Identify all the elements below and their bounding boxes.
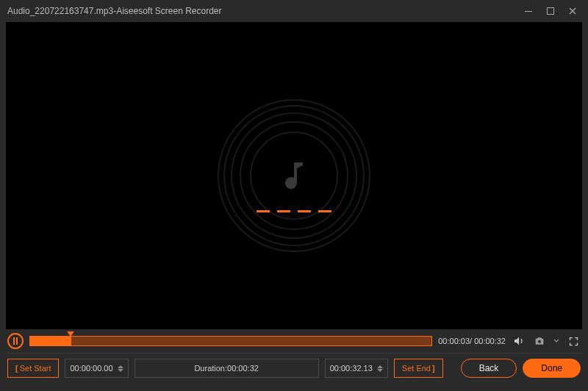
maximize-button[interactable]: [539, 0, 562, 22]
set-end-button[interactable]: Set End ]: [394, 359, 443, 378]
volume-button[interactable]: [512, 334, 526, 348]
title-app: Aiseesoft Screen Recorder: [116, 6, 221, 16]
chevron-down-icon: [553, 338, 559, 344]
snapshot-button[interactable]: [532, 334, 547, 348]
set-start-label: Set Start: [20, 364, 51, 373]
close-icon: [568, 7, 577, 15]
back-button[interactable]: Back: [461, 359, 517, 378]
seek-track[interactable]: [29, 336, 432, 346]
playback-time: 00:00:03/ 00:00:32: [438, 337, 506, 345]
start-time-value: 00:00:00.00: [70, 364, 112, 373]
clip-bar: [ Set Start 00:00:00.00 Duration:00:00:3…: [0, 354, 588, 383]
set-end-label: Set End: [402, 364, 431, 373]
camera-icon: [534, 335, 545, 347]
pause-button[interactable]: [7, 333, 24, 349]
volume-icon: [513, 335, 525, 347]
duration-box: Duration:00:00:32: [135, 359, 319, 378]
fullscreen-icon: [568, 336, 579, 347]
snapshot-menu-button[interactable]: [553, 334, 560, 348]
end-time-field[interactable]: 00:00:32.13: [325, 359, 388, 378]
minimize-icon: [524, 7, 533, 15]
playback-bar: 00:00:03/ 00:00:32: [0, 329, 588, 353]
preview-viewport: [6, 22, 582, 329]
maximize-icon: [546, 7, 555, 15]
set-start-button[interactable]: [ Set Start: [7, 359, 59, 378]
close-button[interactable]: [562, 0, 584, 22]
end-time-value: 00:00:32.13: [330, 364, 373, 373]
end-time-stepper[interactable]: [377, 365, 383, 372]
svg-rect-0: [525, 11, 532, 12]
svg-point-2: [538, 340, 541, 343]
fullscreen-button[interactable]: [566, 334, 581, 348]
audio-visualizer: [217, 98, 371, 253]
titlebar: Audio_220722163747.mp3 - Aiseesoft Scree…: [0, 0, 588, 22]
svg-rect-1: [548, 8, 554, 15]
done-button[interactable]: Done: [523, 359, 581, 378]
start-time-field[interactable]: 00:00:00.00: [65, 359, 128, 378]
minimize-button[interactable]: [517, 0, 539, 22]
audio-level-dashes: [257, 210, 331, 212]
start-time-stepper[interactable]: [118, 365, 123, 372]
title-filename: Audio_220722163747.mp3: [7, 6, 113, 16]
